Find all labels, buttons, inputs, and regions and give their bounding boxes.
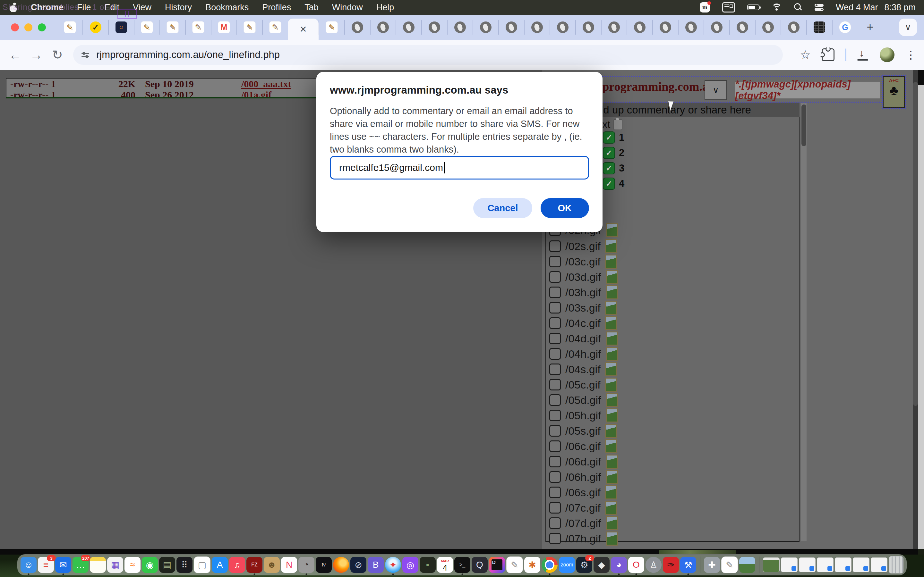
list-item[interactable]: /06d.gif: [549, 455, 618, 469]
dock-minimized-window-5[interactable]: [853, 558, 869, 572]
dock-phone-keypad[interactable]: ⠿: [176, 557, 192, 573]
checkbox[interactable]: [549, 333, 561, 344]
green-check-icon[interactable]: ✓: [603, 131, 615, 143]
profile-avatar[interactable]: [880, 47, 895, 62]
tab-26[interactable]: [729, 20, 755, 35]
dock-firefox[interactable]: [333, 557, 349, 573]
cancel-button[interactable]: Cancel: [473, 198, 532, 218]
checkbox[interactable]: [549, 394, 561, 406]
dock-apple-tv[interactable]: tv: [316, 557, 332, 573]
reload-button[interactable]: ↻: [47, 47, 68, 62]
menubar-item-profiles[interactable]: Profiles: [262, 3, 291, 13]
window-maximize-button[interactable]: [38, 23, 46, 31]
dock-launchpad[interactable]: ▦: [107, 557, 123, 573]
dock-terminal[interactable]: >_: [454, 557, 470, 573]
list-item[interactable]: /05d.gif: [549, 393, 618, 407]
dock-safari[interactable]: ✦: [385, 557, 401, 573]
green-check-icon[interactable]: ✓: [603, 162, 615, 174]
dock-preview[interactable]: ▢: [194, 556, 210, 573]
tab-20[interactable]: [575, 20, 601, 35]
dock-intellij[interactable]: IJ: [489, 557, 505, 573]
checkbox[interactable]: [549, 364, 561, 375]
tab-8[interactable]: ✎: [262, 20, 288, 35]
list-item[interactable]: /06h.gif: [549, 470, 618, 484]
checked-list-item[interactable]: ✓4: [603, 177, 624, 190]
address-bar[interactable]: rjmprogramming.com.au/one_linefind.php: [73, 45, 783, 65]
tab-0[interactable]: ✎: [57, 20, 82, 35]
dock-minimized-window-6[interactable]: [871, 558, 887, 572]
dock-quicktime[interactable]: Q: [472, 557, 488, 573]
checked-list-item[interactable]: ✓3: [603, 162, 624, 174]
list-item[interactable]: /06c.gif: [549, 439, 617, 453]
checkbox[interactable]: [549, 287, 561, 298]
dock-vnc-viewer[interactable]: ▤: [159, 557, 175, 573]
club-button[interactable]: A+C ♣: [883, 76, 905, 108]
tab-5[interactable]: ✎: [185, 20, 211, 35]
control-center-icon[interactable]: [814, 4, 824, 11]
dock-system-utility[interactable]: ✚: [704, 557, 720, 573]
page-scrollbar-thumb[interactable]: [913, 82, 918, 406]
tab-3[interactable]: ✎: [134, 20, 160, 35]
dock-podcasts[interactable]: ◎: [402, 557, 418, 573]
list-scrollbar[interactable]: [801, 103, 806, 541]
list-item[interactable]: /05c.gif: [549, 378, 617, 392]
checkbox[interactable]: [549, 348, 561, 359]
tab-1[interactable]: ✓: [82, 20, 108, 35]
dock-drawing-app[interactable]: ≈: [124, 557, 141, 573]
dock-app-store[interactable]: A: [212, 557, 228, 573]
dock-minimized-window-4[interactable]: [835, 558, 851, 572]
dock-news[interactable]: N: [281, 557, 297, 573]
downloads-icon[interactable]: [857, 49, 869, 61]
list-item[interactable]: /03c.gif: [549, 255, 617, 269]
dock-minimized-window-2[interactable]: [799, 558, 816, 572]
dock-paint-palette[interactable]: ✱: [524, 557, 540, 573]
tab-19[interactable]: [549, 20, 575, 35]
menubar-app-name[interactable]: Chrome: [31, 3, 63, 13]
screen-share-app-icon[interactable]: m: [700, 2, 710, 13]
dock-minimized-window-3[interactable]: [817, 558, 834, 572]
list-item[interactable]: /04c.gif: [549, 316, 617, 330]
list-item[interactable]: /03h.gif: [549, 285, 618, 300]
list-item[interactable]: /06s.gif: [549, 485, 617, 500]
file-link[interactable]: /01a.gif: [241, 89, 271, 98]
checkbox[interactable]: [549, 410, 561, 421]
tab-23[interactable]: [652, 20, 678, 35]
list-item[interactable]: /04d.gif: [549, 332, 618, 346]
checkbox[interactable]: [549, 318, 561, 329]
bookmark-star-icon[interactable]: ☆: [800, 48, 811, 62]
tab-21[interactable]: [601, 20, 627, 35]
dock-gray-circle-app[interactable]: ♙: [646, 557, 662, 573]
tab-29[interactable]: [806, 20, 832, 35]
dock-finder[interactable]: ☺: [21, 557, 37, 573]
dock-bbedit[interactable]: B: [368, 557, 384, 573]
checked-list-item[interactable]: ✓1: [603, 131, 624, 143]
checkbox[interactable]: [549, 533, 561, 544]
window-minimize-button[interactable]: [24, 23, 32, 31]
tab-13[interactable]: [396, 20, 421, 35]
dock-nomachine[interactable]: ⊘: [351, 557, 367, 573]
checkbox[interactable]: [549, 471, 561, 483]
checkbox[interactable]: [549, 487, 561, 498]
green-check-icon[interactable]: ✓: [603, 177, 615, 190]
site-settings-icon[interactable]: [81, 53, 89, 57]
chrome-menu-icon[interactable]: ⋮: [905, 48, 916, 61]
dock-minimized-window-1[interactable]: [781, 558, 798, 572]
list-item[interactable]: /02s.gif: [549, 239, 617, 253]
checkbox[interactable]: [549, 502, 561, 514]
dock-photo-thumbnail[interactable]: [739, 557, 755, 573]
tab-27[interactable]: [755, 20, 780, 35]
search-icon[interactable]: [794, 3, 803, 11]
dock-notes[interactable]: [90, 557, 106, 573]
extensions-icon[interactable]: [822, 48, 835, 61]
list-item[interactable]: /07c.gif: [549, 501, 617, 515]
list-item[interactable]: /03s.gif: [549, 301, 617, 315]
tab-4[interactable]: ✎: [160, 20, 185, 35]
tab-2[interactable]: ○: [108, 20, 134, 35]
tab-28[interactable]: [780, 20, 806, 35]
list-scrollbar-thumb[interactable]: [801, 105, 806, 146]
dock-minimized-photo-window[interactable]: [763, 558, 780, 572]
menubar-item-history[interactable]: History: [165, 3, 192, 13]
dock-red-feather-app[interactable]: ✑: [663, 557, 679, 573]
tab-12[interactable]: [370, 20, 396, 35]
apple-menu-icon[interactable]: [10, 3, 17, 12]
